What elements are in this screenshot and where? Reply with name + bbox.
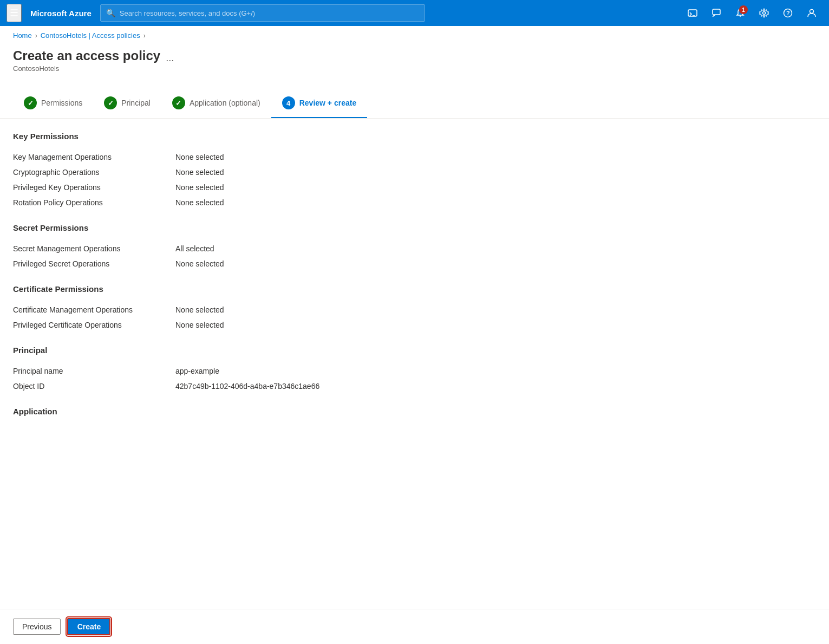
label-crypto-ops: Cryptographic Operations xyxy=(13,168,175,177)
previous-button[interactable]: Previous xyxy=(13,619,61,635)
label-privileged-key: Privileged Key Operations xyxy=(13,183,175,192)
step-permissions-label: Permissions xyxy=(41,99,82,107)
more-options-button[interactable]: ... xyxy=(166,53,174,64)
brand-label: Microsoft Azure xyxy=(30,9,92,18)
page-title: Create an access policy xyxy=(13,48,160,63)
value-secret-mgmt: All selected xyxy=(175,244,214,253)
breadcrumb: Home › ContosoHotels | Access policies › xyxy=(0,26,829,44)
value-crypto-ops: None selected xyxy=(175,168,224,177)
value-privileged-key: None selected xyxy=(175,183,224,192)
svg-rect-0 xyxy=(688,10,697,16)
svg-rect-2 xyxy=(713,9,720,15)
step-permissions-icon: ✓ xyxy=(24,96,37,109)
label-cert-mgmt: Certificate Management Operations xyxy=(13,305,175,314)
svg-point-7 xyxy=(810,10,814,14)
create-button[interactable]: Create xyxy=(67,618,110,635)
cloud-shell-button[interactable] xyxy=(682,2,703,24)
wizard-steps: ✓ Permissions ✓ Principal ✓ Application … xyxy=(0,81,829,119)
page-header: Create an access policy ContosoHotels ..… xyxy=(0,44,829,81)
breadcrumb-sep-2: › xyxy=(143,32,146,40)
main-content: Home › ContosoHotels | Access policies ›… xyxy=(0,26,829,644)
hamburger-menu-button[interactable]: ☰ xyxy=(6,4,22,22)
row-object-id: Object ID 42b7c49b-1102-406d-a4ba-e7b346… xyxy=(13,379,816,394)
row-principal-name: Principal name app-example xyxy=(13,363,816,379)
page-subtitle: ContosoHotels xyxy=(13,64,160,73)
search-icon: 🔍 xyxy=(106,9,115,17)
notification-count: 1 xyxy=(739,5,748,14)
row-secret-mgmt: Secret Management Operations All selecte… xyxy=(13,241,816,256)
principal-title: Principal xyxy=(13,346,816,355)
label-secret-mgmt: Secret Management Operations xyxy=(13,244,175,253)
svg-text:?: ? xyxy=(786,10,790,16)
row-privileged-key: Privileged Key Operations None selected xyxy=(13,180,816,195)
value-cert-mgmt: None selected xyxy=(175,305,224,314)
secret-permissions-title: Secret Permissions xyxy=(13,223,816,232)
step-principal-icon: ✓ xyxy=(104,96,117,109)
label-rotation-policy: Rotation Policy Operations xyxy=(13,198,175,207)
label-privileged-secret: Privileged Secret Operations xyxy=(13,259,175,268)
label-key-mgmt: Key Management Operations xyxy=(13,153,175,161)
value-key-mgmt: None selected xyxy=(175,153,224,161)
certificate-permissions-title: Certificate Permissions xyxy=(13,284,816,294)
help-button[interactable]: ? xyxy=(777,2,799,24)
value-privileged-secret: None selected xyxy=(175,259,224,268)
row-crypto-ops: Cryptographic Operations None selected xyxy=(13,165,816,180)
content-area: Key Permissions Key Management Operation… xyxy=(0,119,829,468)
application-title: Application xyxy=(13,407,816,416)
key-permissions-title: Key Permissions xyxy=(13,132,816,141)
value-object-id: 42b7c49b-1102-406d-a4ba-e7b346c1ae66 xyxy=(175,382,319,391)
value-principal-name: app-example xyxy=(175,367,219,375)
step-review-icon: 4 xyxy=(282,96,295,109)
page-header-text: Create an access policy ContosoHotels xyxy=(13,48,160,73)
row-privileged-cert: Privileged Certificate Operations None s… xyxy=(13,317,816,333)
breadcrumb-home[interactable]: Home xyxy=(13,31,32,40)
step-application-icon: ✓ xyxy=(172,96,185,109)
nav-icon-group: 1 ? xyxy=(682,2,823,24)
step-application[interactable]: ✓ Application (optional) xyxy=(161,90,271,118)
footer-bar: Previous Create xyxy=(0,609,829,644)
settings-button[interactable] xyxy=(753,2,775,24)
label-principal-name: Principal name xyxy=(13,367,175,375)
feedback-button[interactable] xyxy=(706,2,727,24)
search-bar: 🔍 xyxy=(100,4,425,22)
search-input[interactable] xyxy=(120,9,419,17)
breadcrumb-parent[interactable]: ContosoHotels | Access policies xyxy=(41,31,140,40)
notifications-button[interactable]: 1 xyxy=(729,2,751,24)
value-rotation-policy: None selected xyxy=(175,198,224,207)
svg-point-4 xyxy=(763,12,766,15)
step-review[interactable]: 4 Review + create xyxy=(271,90,367,118)
breadcrumb-sep-1: › xyxy=(35,32,37,40)
step-permissions[interactable]: ✓ Permissions xyxy=(13,90,93,118)
row-key-mgmt: Key Management Operations None selected xyxy=(13,149,816,165)
step-review-label: Review + create xyxy=(299,99,356,107)
row-privileged-secret: Privileged Secret Operations None select… xyxy=(13,256,816,271)
account-button[interactable] xyxy=(801,2,823,24)
label-privileged-cert: Privileged Certificate Operations xyxy=(13,321,175,329)
top-navigation: ☰ Microsoft Azure 🔍 1 ? xyxy=(0,0,829,26)
value-privileged-cert: None selected xyxy=(175,321,224,329)
step-application-label: Application (optional) xyxy=(190,99,260,107)
row-rotation-policy: Rotation Policy Operations None selected xyxy=(13,195,816,210)
label-object-id: Object ID xyxy=(13,382,175,391)
row-cert-mgmt: Certificate Management Operations None s… xyxy=(13,302,816,317)
step-principal-label: Principal xyxy=(121,99,151,107)
step-principal[interactable]: ✓ Principal xyxy=(93,90,161,118)
